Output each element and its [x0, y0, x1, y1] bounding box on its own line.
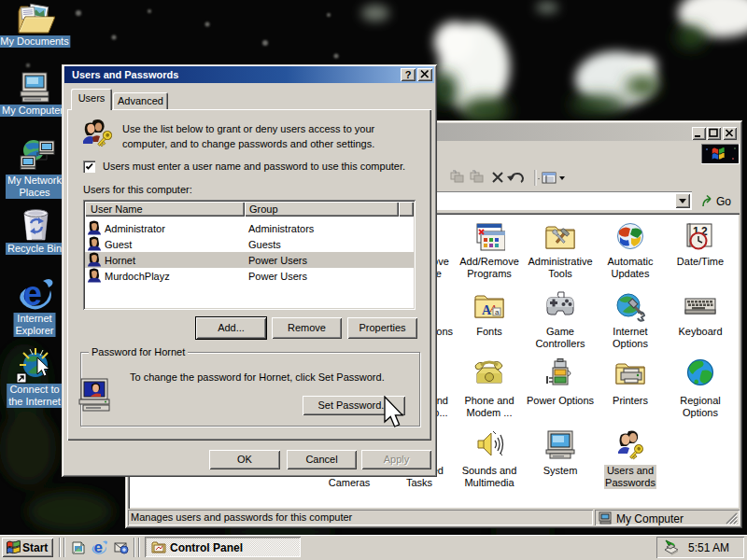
svg-text:a: a — [495, 308, 500, 316]
